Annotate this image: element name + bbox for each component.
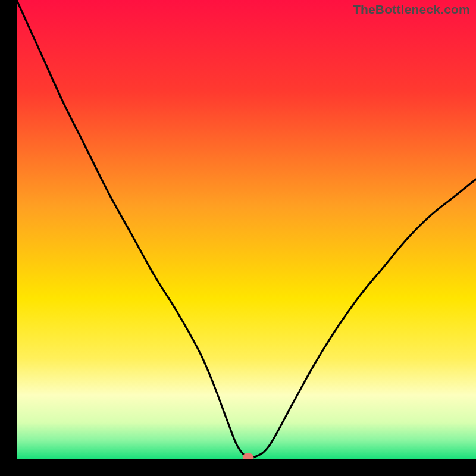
- chart-frame: TheBottleneck.com: [0, 0, 476, 476]
- gradient-background: [17, 0, 476, 459]
- plot-area: TheBottleneck.com: [17, 0, 476, 459]
- bottleneck-chart: [17, 0, 476, 459]
- watermark-text: TheBottleneck.com: [353, 2, 470, 17]
